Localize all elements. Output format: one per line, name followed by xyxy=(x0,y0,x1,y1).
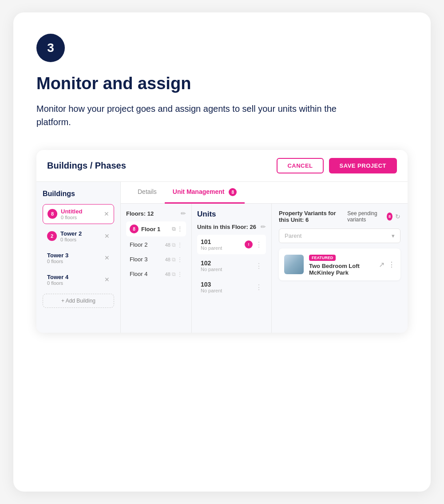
external-link-icon[interactable]: ↗ xyxy=(379,260,385,269)
parent-placeholder: Parent xyxy=(285,232,301,239)
tab-unit-management[interactable]: Unit Management 8 xyxy=(165,182,245,204)
floor-icons-1: ⧉ ⋮ xyxy=(172,226,182,232)
building-info-tower2: Tower 2 0 floors xyxy=(60,230,82,242)
floor-icons-2: 48 ⧉ ⋮ xyxy=(165,242,182,248)
floor-row-3[interactable]: Floor 3 48 ⧉ ⋮ xyxy=(126,253,186,266)
floor-row-1[interactable]: 8 Floor 1 ⧉ ⋮ xyxy=(126,221,186,236)
tab-details[interactable]: Details xyxy=(130,182,165,204)
building-item-left-tower3: Tower 3 0 floors xyxy=(47,252,68,264)
unit-row-left-102: 102 No parent xyxy=(201,260,222,272)
building-item-tower3[interactable]: Tower 3 0 floors ✕ xyxy=(43,248,114,268)
floor-copy-icon-4[interactable]: ⧉ xyxy=(172,271,176,277)
building-item-left: 8 Untitled 0 floors xyxy=(48,208,82,220)
see-pending-area[interactable]: See pending variants 8 ↻ xyxy=(347,210,400,223)
building-close-tower4[interactable]: ✕ xyxy=(104,276,110,283)
variants-header: Property Variants for this Unit: 6 See p… xyxy=(279,210,400,223)
main-area: Details Unit Management 8 Floors: 12 xyxy=(121,182,408,333)
building-floors-untitled: 0 floors xyxy=(61,215,82,220)
unit-row-101[interactable]: 101 No parent ! ⋮ xyxy=(197,235,266,254)
parent-select[interactable]: Parent ▾ xyxy=(279,228,400,243)
units-in-floor-header: Units in this Floor: 26 ✏ xyxy=(197,223,266,230)
variants-panel: Property Variants for this Unit: 6 See p… xyxy=(272,204,408,333)
variant-thumb-inner xyxy=(284,255,304,274)
building-item-tower4[interactable]: Tower 4 0 floors ✕ xyxy=(43,270,114,289)
variant-card: FEATURED Two Bedroom Loft McKinley Park … xyxy=(279,248,400,280)
floor-icons-3: 48 ⧉ ⋮ xyxy=(165,256,182,263)
units-list-panel: Units Units in this Floor: 26 ✏ xyxy=(192,204,272,333)
variant-thumbnail xyxy=(284,255,304,274)
add-building-button[interactable]: + Add Building xyxy=(43,294,114,308)
floors-edit-icon[interactable]: ✏ xyxy=(181,210,186,217)
floor-menu-icon-4[interactable]: ⋮ xyxy=(177,271,182,277)
building-badge-untitled: 8 xyxy=(48,209,57,219)
unit-number-103: 103 xyxy=(201,281,222,288)
floor-copy-icon-3[interactable]: ⧉ xyxy=(172,256,176,263)
units-edit-icon[interactable]: ✏ xyxy=(261,223,266,230)
unit-row-actions-101: ! ⋮ xyxy=(245,240,262,249)
building-item-tower2[interactable]: 2 Tower 2 0 floors ✕ xyxy=(43,227,114,246)
building-item-left-tower2: 2 Tower 2 0 floors xyxy=(47,230,82,242)
floor-icons-4: 48 ⧉ ⋮ xyxy=(165,271,182,277)
floor-copy-icon-2[interactable]: ⧉ xyxy=(172,242,176,248)
variant-menu-icon[interactable]: ⋮ xyxy=(388,260,395,269)
unit-menu-102[interactable]: ⋮ xyxy=(255,262,262,270)
floor-menu-icon[interactable]: ⋮ xyxy=(177,226,182,232)
panel-title: Buildings / Phases xyxy=(47,161,126,171)
unit-row-103[interactable]: 103 No parent ⋮ xyxy=(197,277,266,297)
header-buttons: CANCEL SAVE PROJECT xyxy=(277,158,397,173)
pending-badge: 8 xyxy=(387,213,392,220)
building-close-tower2[interactable]: ✕ xyxy=(104,232,110,240)
buildings-sidebar: Buildings 8 Untitled 0 floors ✕ xyxy=(36,182,121,333)
building-name-untitled: Untitled xyxy=(61,208,82,215)
unit-menu-103[interactable]: ⋮ xyxy=(255,283,262,291)
floor-badge-1: 8 xyxy=(130,224,139,233)
page-headline: Monitor and assign xyxy=(36,75,408,93)
floor-row-left-1: 8 Floor 1 xyxy=(130,224,160,233)
building-name-tower2: Tower 2 xyxy=(60,230,82,237)
floor-menu-icon-3[interactable]: ⋮ xyxy=(177,256,182,263)
building-close-untitled[interactable]: ✕ xyxy=(104,210,109,217)
variants-title: Property Variants for this Unit: 6 xyxy=(279,210,347,223)
units-area: Floors: 12 ✏ 8 Floor 1 xyxy=(121,204,408,333)
floor-copy-icon[interactable]: ⧉ xyxy=(172,226,176,232)
floors-panel: Floors: 12 ✏ 8 Floor 1 xyxy=(121,204,192,333)
unit-sub-103: No parent xyxy=(201,288,222,293)
variant-featured-badge: FEATURED xyxy=(309,255,336,261)
save-project-button[interactable]: SAVE PROJECT xyxy=(329,158,397,173)
unit-number-101: 101 xyxy=(201,238,222,245)
unit-row-102[interactable]: 102 No parent ⋮ xyxy=(197,256,266,276)
building-item-left-tower4: Tower 4 0 floors xyxy=(47,274,68,286)
building-info-tower4: Tower 4 0 floors xyxy=(47,274,68,286)
building-badge-tower2: 2 xyxy=(47,231,57,241)
floors-count-label: Floors: 12 xyxy=(126,210,154,217)
variant-actions: ↗ ⋮ xyxy=(379,260,395,269)
unit-menu-101[interactable]: ⋮ xyxy=(255,240,262,249)
step-number: 3 xyxy=(47,41,54,55)
floors-header: Floors: 12 ✏ xyxy=(126,210,186,217)
tabs-bar: Details Unit Management 8 xyxy=(121,182,408,204)
building-info-untitled: Untitled 0 floors xyxy=(61,208,82,220)
floor-row-2[interactable]: Floor 2 48 ⧉ ⋮ xyxy=(126,238,186,251)
floor-row-left-4: Floor 4 xyxy=(130,271,147,277)
building-name-tower4: Tower 4 xyxy=(47,274,68,280)
step-badge: 3 xyxy=(36,34,65,62)
panel-header: Buildings / Phases CANCEL SAVE PROJECT xyxy=(36,150,408,182)
building-info-tower3: Tower 3 0 floors xyxy=(47,252,68,264)
unit-row-actions-102: ⋮ xyxy=(255,262,262,270)
unit-sub-101: No parent xyxy=(201,245,222,251)
building-close-tower3[interactable]: ✕ xyxy=(104,254,110,261)
floor-row-4[interactable]: Floor 4 48 ⧉ ⋮ xyxy=(126,268,186,280)
unit-row-actions-103: ⋮ xyxy=(255,283,262,291)
floor-row-left-2: Floor 2 xyxy=(130,241,147,248)
building-item-untitled[interactable]: 8 Untitled 0 floors ✕ xyxy=(43,204,114,224)
building-floors-tower2: 0 floors xyxy=(60,237,82,242)
floor-menu-icon-2[interactable]: ⋮ xyxy=(177,242,182,248)
unit-management-badge: 8 xyxy=(229,188,237,196)
variant-name: Two Bedroom Loft McKinley Park xyxy=(309,263,373,276)
unit-badge-101: ! xyxy=(245,240,253,248)
building-name-tower3: Tower 3 xyxy=(47,252,68,259)
buildings-section-title: Buildings xyxy=(43,190,114,198)
refresh-icon[interactable]: ↻ xyxy=(395,213,400,220)
cancel-button[interactable]: CANCEL xyxy=(277,158,323,173)
see-pending-label: See pending variants xyxy=(347,210,384,223)
